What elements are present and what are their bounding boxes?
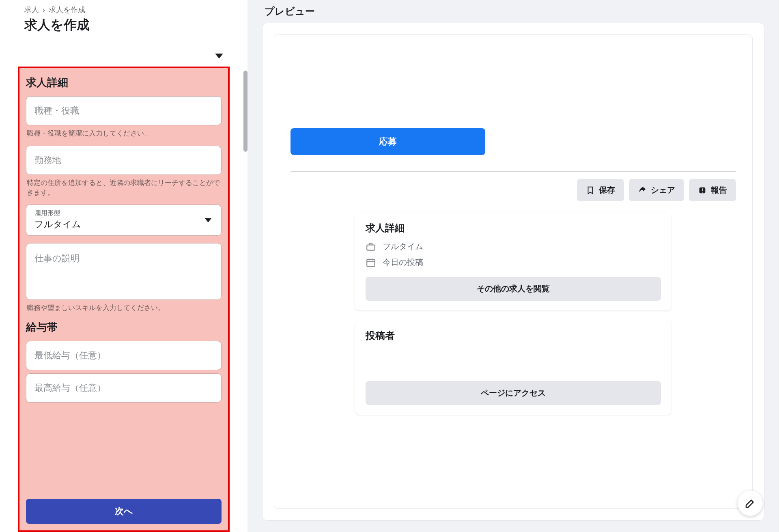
share-button[interactable]: シェア xyxy=(629,179,684,201)
employment-type-select[interactable]: 雇用形態 フルタイム xyxy=(26,205,222,236)
breadcrumb-separator: › xyxy=(43,6,45,14)
browse-more-button[interactable]: その他の求人を閲覧 xyxy=(366,277,661,301)
breadcrumb-current: 求人を作成 xyxy=(49,6,85,14)
details-card-title: 求人詳細 xyxy=(366,222,661,235)
employment-type-label: 雇用形態 xyxy=(34,209,213,218)
edit-icon xyxy=(744,497,756,509)
chevron-down-icon[interactable] xyxy=(215,54,223,58)
max-salary-field[interactable] xyxy=(26,373,222,403)
sidebar-header: 求人 › 求人を作成 求人を作成 xyxy=(0,0,247,39)
preview-title: プレビュー xyxy=(265,5,764,18)
calendar-icon xyxy=(366,257,376,268)
min-salary-field[interactable] xyxy=(26,341,222,370)
cards-wrap: 求人詳細 フルタイム xyxy=(291,213,736,415)
section-title-salary: 給与帯 xyxy=(26,320,222,334)
save-label: 保存 xyxy=(599,185,615,196)
collapse-row xyxy=(0,39,247,67)
sidebar: 求人 › 求人を作成 求人を作成 求人詳細 職種・役職を簡潔に入力してください。… xyxy=(0,0,247,532)
details-card: 求人詳細 フルタイム xyxy=(355,213,671,310)
form-scroll: 求人詳細 職種・役職を簡潔に入力してください。 特定の住所を追加すると、近隣の求… xyxy=(0,67,247,532)
briefcase-icon xyxy=(366,241,376,252)
save-button[interactable]: 保存 xyxy=(577,179,624,201)
description-input[interactable] xyxy=(34,252,213,289)
edit-fab[interactable] xyxy=(738,491,763,516)
breadcrumb-root[interactable]: 求人 xyxy=(24,6,39,14)
share-label: シェア xyxy=(651,185,675,196)
section-title-details: 求人詳細 xyxy=(26,75,222,90)
breadcrumb: 求人 › 求人を作成 xyxy=(24,5,223,15)
share-icon xyxy=(638,186,647,195)
report-label: 報告 xyxy=(711,185,727,196)
poster-card: 投稿者 ページにアクセス xyxy=(355,320,671,415)
job-title-helper: 職種・役職を簡潔に入力してください。 xyxy=(27,129,221,138)
poster-space xyxy=(366,349,661,377)
max-salary-input[interactable] xyxy=(34,383,213,393)
apply-button[interactable]: 応募 xyxy=(291,128,485,155)
svg-rect-4 xyxy=(367,259,375,266)
form-highlighted: 求人詳細 職種・役職を簡潔に入力してください。 特定の住所を追加すると、近隣の求… xyxy=(18,67,230,532)
job-title-input[interactable] xyxy=(34,106,213,116)
action-row: 保存 シェア 報告 xyxy=(291,179,736,201)
preview-outer: 応募 保存 シェア xyxy=(262,23,764,521)
svg-rect-2 xyxy=(702,192,703,192)
preview-pane: プレビュー 応募 保存 xyxy=(247,0,779,532)
access-page-button[interactable]: ページにアクセス xyxy=(366,381,661,405)
svg-rect-3 xyxy=(367,245,375,250)
next-button[interactable]: 次へ xyxy=(26,499,222,524)
location-input[interactable] xyxy=(34,155,213,166)
bookmark-icon xyxy=(586,186,595,195)
preview-inner: 応募 保存 シェア xyxy=(274,34,753,509)
employment-type-value: フルタイム xyxy=(34,218,213,230)
min-salary-input[interactable] xyxy=(34,350,213,361)
preview-hero xyxy=(291,47,736,128)
poster-card-title: 投稿者 xyxy=(366,329,661,342)
description-field[interactable] xyxy=(26,243,222,300)
report-button[interactable]: 報告 xyxy=(689,179,736,201)
report-icon xyxy=(698,186,707,195)
location-field[interactable] xyxy=(26,146,222,175)
divider xyxy=(291,171,736,172)
job-title-field[interactable] xyxy=(26,96,222,125)
detail-employment-row: フルタイム xyxy=(366,241,661,252)
detail-employment-text: フルタイム xyxy=(383,241,423,252)
location-helper: 特定の住所を追加すると、近隣の求職者にリーチすることができます。 xyxy=(27,178,221,198)
scrollbar-thumb[interactable] xyxy=(243,71,247,152)
description-helper: 職務や望ましいスキルを入力してください。 xyxy=(27,303,221,313)
svg-rect-1 xyxy=(702,188,703,191)
detail-posted-text: 今日の投稿 xyxy=(383,257,423,268)
detail-posted-row: 今日の投稿 xyxy=(366,257,661,268)
page-title: 求人を作成 xyxy=(24,16,223,34)
chevron-down-icon xyxy=(205,218,211,222)
